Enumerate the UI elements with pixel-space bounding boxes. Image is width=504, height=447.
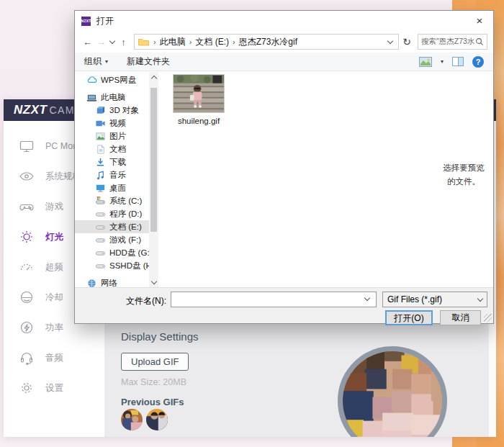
breadcrumb-separator: › <box>233 37 235 46</box>
tree-item[interactable]: WPS网盘 <box>75 73 149 86</box>
resize-grip[interactable] <box>484 314 492 322</box>
breadcrumb-separator: › <box>153 37 156 46</box>
drive-icon <box>95 261 106 271</box>
close-icon[interactable]: × <box>467 12 492 30</box>
scroll-up-icon[interactable] <box>149 72 158 83</box>
previous-gif-photo-1 <box>121 409 143 430</box>
back-icon[interactable]: ← <box>81 37 94 48</box>
view-caret-icon[interactable]: ▾ <box>441 58 444 65</box>
tree-item[interactable]: 文档 <box>75 143 149 155</box>
documents-icon <box>95 144 106 155</box>
dialog-toolbar: 组织 ▾ 新建文件夹 ▾ ? <box>75 53 493 71</box>
breadcrumb-segment[interactable]: › 此电脑 <box>150 36 186 48</box>
gauge-icon <box>18 258 35 276</box>
search-input[interactable]: 搜索"恩杰Z73水冷gif" <box>421 37 475 47</box>
previous-gifs-label: Previous GIFs <box>121 397 184 407</box>
help-icon[interactable]: ? <box>472 56 484 68</box>
tree-item[interactable]: 图片 <box>75 130 149 143</box>
refresh-icon[interactable]: ↻ <box>399 36 415 48</box>
gif-thumbnail <box>173 74 225 113</box>
drive-icon <box>95 222 106 232</box>
recent-locations-chevron-icon[interactable] <box>108 40 117 43</box>
preview-pane-icon[interactable] <box>452 57 464 66</box>
change-view-icon[interactable] <box>419 57 432 67</box>
file-list: shuileng.gif <box>158 72 436 287</box>
breadcrumb-segment[interactable]: › 文档 (E:) <box>186 36 229 48</box>
dialog-titlebar[interactable]: NZXT 打开 × <box>75 11 493 31</box>
breadcrumb-segment[interactable]: › 恩杰Z73水冷gif <box>229 36 297 48</box>
downloads-icon <box>95 157 106 168</box>
up-icon[interactable]: ↑ <box>117 37 130 48</box>
tree-item[interactable]: 网络 <box>75 276 149 287</box>
gear-icon <box>18 379 35 397</box>
filetype-select[interactable]: Gif Files (*.gif) <box>382 292 487 307</box>
cooling-icon <box>18 289 35 306</box>
previous-gif-photo-2 <box>146 409 168 430</box>
previous-gif-thumbnail-1[interactable] <box>121 409 143 430</box>
folder-icon <box>138 37 149 46</box>
system-drive-icon <box>95 196 106 207</box>
tree-item[interactable]: 下载 <box>75 155 149 168</box>
power-icon <box>18 319 35 336</box>
organize-caret-icon: ▾ <box>105 58 108 65</box>
tree-item[interactable]: 此电脑 <box>75 91 149 104</box>
file-item[interactable]: shuileng.gif <box>164 74 233 125</box>
new-folder-button[interactable]: 新建文件夹 <box>127 55 170 68</box>
eye-icon <box>18 168 35 185</box>
filetype-chevron-icon <box>477 296 483 302</box>
videos-icon <box>95 118 106 129</box>
search-icon <box>475 37 484 46</box>
tree-scrollbar[interactable] <box>149 72 158 287</box>
dialog-body: WPS网盘 此电脑 3D 对象 视频 图片 文档 <box>75 72 493 287</box>
breadcrumb-separator: › <box>189 37 192 46</box>
dialog-address-row: ← → ↑ › 此电脑 › 文档 (E:) › 恩杰Z73水冷gif <box>75 31 493 53</box>
desktop-icon <box>95 183 106 194</box>
filename-label: 文件名(N): <box>75 295 166 307</box>
music-icon <box>95 170 106 181</box>
address-bar[interactable]: › 此电脑 › 文档 (E:) › 恩杰Z73水冷gif <box>134 34 399 50</box>
breadcrumb: › 此电脑 › 文档 (E:) › 恩杰Z73水冷gif <box>150 36 386 48</box>
drive-icon <box>95 248 106 258</box>
dialog-title: 打开 <box>96 15 114 27</box>
tree-item[interactable]: 文档 (E:) <box>75 220 149 233</box>
navigation-tree: WPS网盘 此电脑 3D 对象 视频 图片 文档 <box>75 72 149 287</box>
tree-item[interactable]: 3D 对象 <box>75 104 149 117</box>
organize-button[interactable]: 组织 ▾ <box>84 55 108 68</box>
cloud-icon <box>86 75 97 86</box>
tree-item[interactable]: 系统 (C:) <box>75 194 149 207</box>
lighting-icon <box>18 228 35 245</box>
scrollbar-thumb[interactable] <box>150 88 157 232</box>
open-file-dialog: NZXT 打开 × ← → ↑ › 此电脑 › 文档 (E:) › <box>74 10 494 324</box>
logo-suffix: CAM <box>49 104 75 116</box>
tree-item[interactable]: HDD盘 (G:) <box>75 246 149 259</box>
drive-icon <box>95 235 106 245</box>
search-box[interactable]: 搜索"恩杰Z73水冷gif" <box>418 34 487 50</box>
tree-item[interactable]: 桌面 <box>75 181 149 194</box>
cancel-button[interactable]: 取消 <box>440 310 481 325</box>
nzxt-app-icon: NZXT <box>81 17 91 26</box>
tree-item[interactable]: 音乐 <box>75 168 149 181</box>
tree-item[interactable]: 游戏 (F:) <box>75 233 149 246</box>
filename-input[interactable] <box>171 292 377 307</box>
tree-item[interactable]: SSHD盘 (H:) <box>75 259 149 272</box>
max-size-note: Max Size: 20MB <box>121 377 186 387</box>
cube-icon <box>95 105 106 116</box>
pictures-icon <box>95 131 106 142</box>
lighting-preview-image <box>338 346 447 437</box>
drive-icon <box>95 209 106 220</box>
open-button[interactable]: 打开(O) <box>385 310 433 325</box>
logo-brand: NZXT <box>14 103 47 117</box>
forward-icon[interactable]: → <box>94 37 108 48</box>
display-settings-heading: Display Settings <box>121 330 199 343</box>
network-icon <box>86 278 97 288</box>
scroll-down-icon[interactable] <box>149 276 158 287</box>
tree-item[interactable]: 程序 (D:) <box>75 207 149 220</box>
tree-item[interactable]: 视频 <box>75 117 149 130</box>
monitor-icon <box>18 137 35 155</box>
sidebar-item[interactable]: 设置 <box>18 379 104 397</box>
upload-gif-button[interactable]: Upload GIF <box>121 353 189 371</box>
previous-gif-thumbnail-2[interactable] <box>146 409 168 430</box>
sidebar-item[interactable]: 音频 <box>18 348 104 367</box>
address-dropdown-chevron-icon[interactable] <box>386 40 395 43</box>
headset-icon <box>18 349 35 366</box>
